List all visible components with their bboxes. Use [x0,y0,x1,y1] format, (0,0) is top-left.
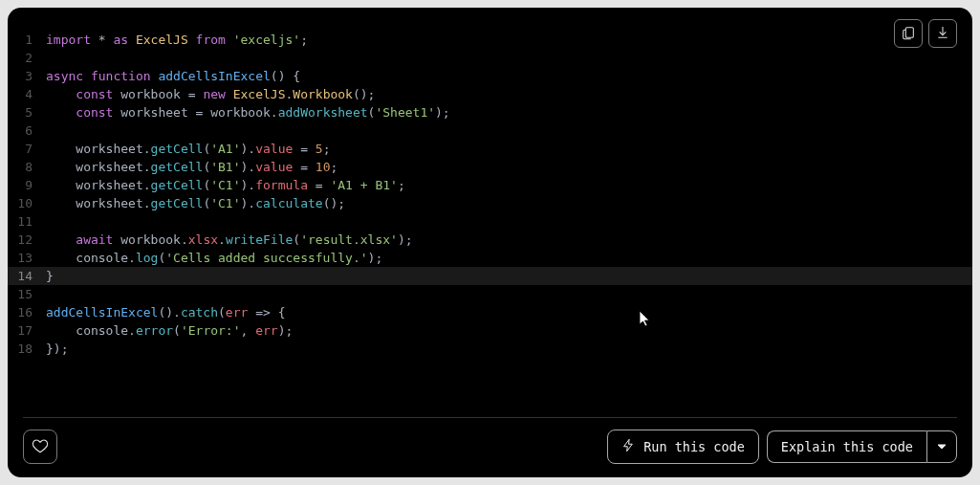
code-content: worksheet.getCell('C1').calculate(); [46,194,345,212]
line-number: 10 [8,194,46,212]
code-line[interactable]: 2 [8,49,972,67]
line-number: 17 [8,321,46,340]
svg-rect-0 [905,27,913,37]
code-content: worksheet.getCell('A1').value = 5; [46,140,330,158]
code-line[interactable]: 3async function addCellsInExcel() { [8,67,972,85]
download-button[interactable] [928,19,957,48]
code-content: } [46,267,54,285]
code-line[interactable]: 10 worksheet.getCell('C1').calculate(); [8,194,972,212]
code-content: console.log('Cells added successfully.')… [46,249,382,267]
code-line[interactable]: 16addCellsInExcel().catch(err => { [8,303,972,321]
code-line[interactable]: 13 console.log('Cells added successfully… [8,249,972,267]
copy-button[interactable] [894,19,923,48]
line-number: 1 [8,31,46,49]
code-line[interactable]: 14} [8,267,972,285]
code-line[interactable]: 5 const worksheet = workbook.addWorkshee… [8,103,972,121]
code-content: import * as ExcelJS from 'exceljs'; [46,31,308,49]
code-content: console.error('Error:', err); [46,321,293,340]
explain-code-button[interactable]: Explain this code [767,430,926,463]
line-number: 3 [8,67,46,85]
line-number: 2 [8,49,46,67]
code-line[interactable]: 1import * as ExcelJS from 'exceljs'; [8,31,972,49]
line-number: 14 [8,267,46,285]
code-content: const worksheet = workbook.addWorksheet(… [46,103,450,121]
download-icon [935,25,950,43]
line-number: 9 [8,176,46,194]
code-content: const workbook = new ExcelJS.Workbook(); [46,85,375,103]
code-line[interactable]: 11 [8,212,972,231]
code-content: addCellsInExcel().catch(err => { [46,303,285,321]
run-code-label: Run this code [643,439,745,454]
line-number: 8 [8,158,46,176]
line-number: 4 [8,85,46,103]
lightning-icon [621,438,636,455]
code-content: await workbook.xlsx.writeFile('result.xl… [46,231,413,249]
code-content [46,121,54,140]
line-number: 12 [8,231,46,249]
code-line[interactable]: 7 worksheet.getCell('A1').value = 5; [8,140,972,158]
clipboard-icon [901,25,916,43]
explain-code-label: Explain this code [781,439,913,454]
code-line[interactable]: 17 console.error('Error:', err); [8,321,972,340]
code-line[interactable]: 12 await workbook.xlsx.writeFile('result… [8,231,972,249]
like-button[interactable] [23,430,57,464]
code-content: }); [46,340,68,358]
code-line[interactable]: 4 const workbook = new ExcelJS.Workbook(… [8,85,972,103]
line-number: 16 [8,303,46,321]
line-number: 7 [8,140,46,158]
code-content: worksheet.getCell('C1').formula = 'A1 + … [46,176,405,194]
run-code-button[interactable]: Run this code [607,430,759,464]
code-content [46,212,54,231]
heart-icon [32,437,49,457]
code-line[interactable]: 6 [8,121,972,140]
code-editor[interactable]: 1import * as ExcelJS from 'exceljs';2 3a… [8,8,972,417]
line-number: 18 [8,340,46,358]
line-number: 6 [8,121,46,140]
code-line[interactable]: 15 [8,285,972,303]
code-line[interactable]: 9 worksheet.getCell('C1').formula = 'A1 … [8,176,972,194]
footer: Run this code Explain this code [8,418,972,477]
chevron-down-icon [937,440,947,454]
code-content: async function addCellsInExcel() { [46,67,300,85]
code-content [46,285,54,303]
code-panel: 1import * as ExcelJS from 'exceljs';2 3a… [8,8,972,477]
top-actions [894,19,957,48]
code-line[interactable]: 18}); [8,340,972,358]
code-content [46,49,54,67]
line-number: 11 [8,212,46,231]
code-content: worksheet.getCell('B1').value = 10; [46,158,338,176]
line-number: 13 [8,249,46,267]
explain-button-group: Explain this code [767,430,957,463]
line-number: 5 [8,103,46,121]
code-line[interactable]: 8 worksheet.getCell('B1').value = 10; [8,158,972,176]
explain-dropdown-button[interactable] [926,430,957,463]
line-number: 15 [8,285,46,303]
